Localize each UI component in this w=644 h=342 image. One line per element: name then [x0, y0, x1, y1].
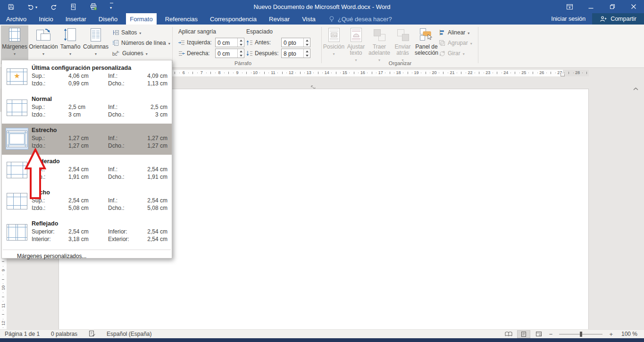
- orientation-button[interactable]: Orientación: [28, 25, 59, 64]
- zoom-out-button[interactable]: −: [547, 331, 555, 338]
- margin-value: 3,18 cm: [68, 236, 108, 242]
- chevron-down-icon: [69, 50, 71, 57]
- align-button[interactable]: Alinear: [439, 27, 472, 38]
- tab-correspondencia[interactable]: Correspondencia: [206, 13, 260, 25]
- tab-diseno[interactable]: Diseño: [95, 13, 121, 25]
- margin-value: 3 cm: [68, 111, 108, 118]
- margin-option-last-custom[interactable]: ★ Última configuración personalizada Sup…: [2, 61, 172, 92]
- bring-forward-icon: [372, 27, 386, 42]
- share-button[interactable]: Compartir: [592, 13, 644, 25]
- margin-value: 1,27 cm: [68, 135, 108, 142]
- annotation-arrow: [25, 148, 46, 200]
- sign-in-button[interactable]: Iniciar sesión: [544, 13, 592, 25]
- margin-label: Inf.:: [108, 73, 140, 79]
- printer-icon: [90, 3, 97, 10]
- indent-right-stepper[interactable]: [237, 49, 244, 58]
- print-preview-button[interactable]: [70, 3, 77, 10]
- group-objects-icon: [439, 40, 445, 46]
- margin-option-normal[interactable]: Normal Sup.:2,5 cmInf.:2,5 cm Izdo.:3 cm…: [2, 92, 172, 124]
- read-mode-button[interactable]: [502, 330, 515, 338]
- tab-inicio[interactable]: Inicio: [35, 13, 57, 25]
- space-before-input[interactable]: 0 pto: [281, 38, 310, 47]
- zoom-level[interactable]: 100 %: [621, 331, 637, 337]
- space-after-value: 8 pto: [282, 49, 303, 58]
- undo-button[interactable]: [27, 3, 37, 10]
- tab-formato[interactable]: Formato: [126, 13, 156, 25]
- margin-label: Inferior:: [108, 228, 140, 235]
- restore-button[interactable]: [602, 0, 623, 13]
- customize-qat-icon: [110, 3, 113, 10]
- orientation-icon: [35, 27, 51, 42]
- page-setup-small-buttons: Saltos Números de línea bca- Guiones: [112, 27, 170, 58]
- position-button[interactable]: Posición: [323, 25, 345, 64]
- zoom-in-button[interactable]: +: [607, 331, 615, 338]
- custom-margins-menu-item[interactable]: Márgenes personalizados...: [2, 251, 172, 260]
- indent-left-value: 0 cm: [216, 38, 237, 47]
- margin-value: 1,27 cm: [140, 135, 172, 142]
- line-numbers-button[interactable]: Números de línea: [112, 38, 170, 48]
- proofing-status[interactable]: [89, 330, 95, 338]
- space-after-input[interactable]: 8 pto: [281, 49, 310, 58]
- lightbulb-icon: [328, 16, 335, 22]
- margins-label: Márgenes: [2, 44, 27, 50]
- hyphenation-button[interactable]: bca- Guiones: [112, 48, 170, 58]
- margin-option-reflejado[interactable]: Reflejado Superior:2,54 cmInferior:2,54 …: [2, 217, 172, 248]
- menu-separator: [3, 250, 171, 250]
- tab-insertar[interactable]: Insertar: [62, 13, 90, 25]
- margin-label: Inf.:: [108, 166, 140, 173]
- print-preview-icon: [70, 3, 77, 10]
- columns-button[interactable]: Columnas: [82, 25, 109, 64]
- rotate-icon: [439, 50, 445, 57]
- send-backward-label: Enviar atrás: [392, 44, 414, 56]
- margin-value: 5,08 cm: [68, 205, 108, 211]
- redo-button[interactable]: [50, 3, 57, 10]
- space-after-stepper[interactable]: [303, 49, 310, 58]
- collapse-ribbon-button[interactable]: [633, 85, 638, 92]
- web-layout-button[interactable]: [532, 330, 545, 338]
- margin-label: Sup.:: [32, 104, 68, 110]
- wrap-text-icon: [350, 27, 362, 42]
- tab-archivo[interactable]: Archivo: [2, 13, 30, 25]
- space-before-stepper[interactable]: [303, 38, 310, 47]
- customize-qat-button[interactable]: [110, 3, 113, 10]
- group-button[interactable]: Agrupar: [439, 38, 472, 48]
- word-count[interactable]: 0 palabras: [51, 331, 77, 337]
- rotate-button[interactable]: Girar: [439, 48, 472, 58]
- margin-label: Dcho.:: [108, 80, 140, 87]
- margin-value: 2,5 cm: [140, 104, 172, 110]
- tell-me-box[interactable]: ¿Qué desea hacer?: [325, 13, 396, 25]
- size-button[interactable]: Tamaño: [59, 25, 82, 64]
- indent-right-input[interactable]: 0 cm: [215, 49, 244, 58]
- indent-left-stepper[interactable]: [237, 38, 244, 47]
- zoom-slider[interactable]: [559, 334, 602, 334]
- margins-button[interactable]: Márgenes: [1, 25, 28, 64]
- align-label: Alinear: [448, 29, 465, 36]
- close-button[interactable]: [623, 0, 644, 13]
- send-backward-button[interactable]: Enviar atrás: [392, 25, 414, 64]
- tab-referencias[interactable]: Referencias: [161, 13, 201, 25]
- breaks-button[interactable]: Saltos: [112, 27, 170, 38]
- ribbon-display-options-button[interactable]: [559, 0, 580, 13]
- margin-label: Exterior:: [108, 236, 140, 242]
- wrap-text-button[interactable]: Ajustar texto: [345, 25, 367, 64]
- bring-forward-button[interactable]: Traer adelante: [367, 25, 392, 64]
- group-configurar-pagina: Márgenes Orientación Tamaño Columnas: [1, 25, 109, 64]
- line-numbers-icon: [112, 40, 119, 46]
- print-layout-button[interactable]: [517, 330, 530, 338]
- quick-print-button[interactable]: [90, 3, 97, 10]
- tab-revisar[interactable]: Revisar: [265, 13, 293, 25]
- tab-vista[interactable]: Vista: [298, 13, 319, 25]
- minimize-button[interactable]: [580, 0, 602, 13]
- undo-icon: [27, 3, 34, 10]
- indent-left-input[interactable]: 0 cm: [215, 38, 244, 47]
- save-button[interactable]: [8, 3, 15, 10]
- status-bar: Página 1 de 1 0 palabras Español (España…: [0, 329, 644, 338]
- selection-pane-icon: [419, 27, 434, 42]
- language-status[interactable]: Español (España): [107, 331, 151, 337]
- page-count[interactable]: Página 1 de 1: [5, 331, 40, 337]
- zoom-slider-thumb[interactable]: [580, 332, 582, 337]
- arrange-group-label: Organizar: [323, 60, 477, 66]
- selection-pane-button[interactable]: Panel de selección: [414, 25, 439, 64]
- chevron-down-icon[interactable]: [35, 3, 37, 10]
- indent-left-icon: [178, 40, 185, 46]
